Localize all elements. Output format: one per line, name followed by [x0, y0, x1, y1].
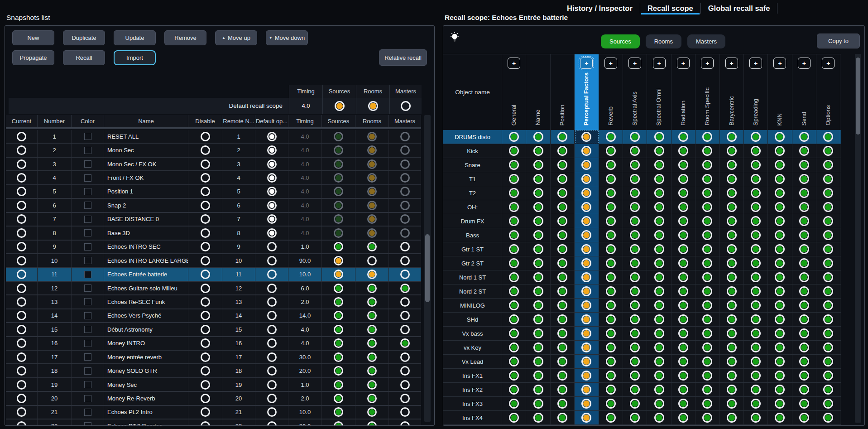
object-row-drum-fx[interactable]: Drum FX [443, 214, 841, 228]
snapshot-row-12[interactable]: 12Echoes Guitare solo Milieu126.0 [6, 282, 421, 295]
room-specific-toggle[interactable] [702, 286, 712, 296]
rooms-toggle[interactable] [367, 352, 377, 362]
spectral-omni-toggle[interactable] [654, 216, 664, 226]
spreading-toggle[interactable] [751, 188, 761, 198]
copy-to-button[interactable]: Copy to [817, 34, 860, 48]
color-swatch[interactable] [84, 284, 91, 292]
spectral-axis-toggle[interactable] [630, 328, 640, 338]
masters-toggle[interactable] [400, 394, 410, 403]
knn-toggle[interactable] [775, 216, 785, 226]
barycentric-toggle[interactable] [727, 216, 737, 226]
send-toggle[interactable] [799, 413, 809, 423]
color-swatch[interactable] [84, 202, 91, 209]
room-specific-toggle[interactable] [702, 357, 712, 366]
color-swatch[interactable] [84, 216, 91, 223]
object-row-kick[interactable]: Kick [443, 144, 841, 158]
add-send-button[interactable]: + [798, 58, 810, 69]
color-swatch[interactable] [84, 133, 91, 140]
color-swatch[interactable] [84, 229, 91, 236]
snapshot-row-22[interactable]: 22Echoes PT.2 Reprise2220.0 [6, 419, 421, 426]
object-row-shd[interactable]: SHd [443, 313, 841, 327]
name-toggle[interactable] [533, 286, 543, 296]
disable-toggle[interactable] [201, 159, 210, 169]
radiation-toggle[interactable] [678, 258, 688, 268]
options-toggle[interactable] [823, 202, 833, 212]
position-toggle[interactable] [557, 202, 567, 212]
spreading-toggle[interactable] [751, 146, 761, 156]
barycentric-toggle[interactable] [727, 371, 737, 381]
masters-toggle[interactable] [400, 311, 410, 320]
snapshot-row-1[interactable]: 1RESET ALL14.0 [6, 130, 421, 144]
reverb-toggle[interactable] [606, 342, 616, 352]
general-toggle[interactable] [509, 385, 519, 395]
room-specific-toggle[interactable] [702, 300, 712, 310]
object-row-drums-disto[interactable]: DRUMS disto [443, 130, 841, 144]
spectral-axis-toggle[interactable] [630, 174, 640, 184]
rooms-toggle[interactable] [367, 394, 377, 403]
knn-toggle[interactable] [775, 328, 785, 338]
snapshot-row-20[interactable]: 20Money Re-Reverb202.0 [6, 392, 421, 405]
masters-toggle[interactable] [400, 284, 410, 293]
position-toggle[interactable] [557, 244, 567, 254]
options-toggle[interactable] [823, 174, 833, 184]
sources-toggle[interactable] [334, 284, 343, 293]
default-option-radio[interactable] [267, 242, 277, 251]
snapshot-row-3[interactable]: 3Mono Sec / FX OK34.0 [6, 158, 421, 171]
position-toggle[interactable] [557, 272, 567, 282]
color-swatch[interactable] [84, 147, 91, 154]
masters-toggle[interactable] [400, 380, 410, 390]
spectral-axis-toggle[interactable] [630, 244, 640, 254]
disable-toggle[interactable] [201, 132, 210, 141]
name-toggle[interactable] [533, 413, 543, 423]
general-toggle[interactable] [509, 132, 519, 142]
current-radio[interactable] [17, 159, 26, 169]
radiation-toggle[interactable] [678, 371, 688, 381]
general-toggle[interactable] [509, 188, 519, 198]
options-toggle[interactable] [823, 230, 833, 240]
perceptual-factors-toggle[interactable] [581, 314, 591, 324]
default-option-radio[interactable] [267, 214, 277, 224]
radiation-toggle[interactable] [678, 132, 688, 142]
rooms-toggle[interactable] [367, 338, 377, 348]
default-masters-toggle[interactable] [401, 101, 411, 111]
perceptual-factors-toggle[interactable] [581, 202, 591, 212]
sources-scope-button[interactable]: Sources [601, 34, 640, 48]
send-toggle[interactable] [799, 300, 809, 310]
general-toggle[interactable] [509, 160, 519, 170]
spreading-toggle[interactable] [751, 371, 761, 381]
sources-toggle[interactable] [334, 338, 343, 348]
perceptual-factors-toggle[interactable] [581, 272, 591, 282]
color-swatch[interactable] [84, 409, 91, 416]
radiation-toggle[interactable] [678, 174, 688, 184]
options-toggle[interactable] [823, 328, 833, 338]
knn-toggle[interactable] [775, 244, 785, 254]
sources-toggle[interactable] [334, 366, 343, 376]
spectral-axis-toggle[interactable] [630, 342, 640, 352]
import-button[interactable]: Import [114, 50, 156, 65]
object-row-t1[interactable]: T1 [443, 172, 841, 186]
rooms-toggle[interactable] [367, 145, 377, 155]
snapshot-row-14[interactable]: 14Echoes Vers Psyché1414.0 [6, 309, 421, 323]
spectral-axis-toggle[interactable] [630, 230, 640, 240]
barycentric-toggle[interactable] [727, 300, 737, 310]
add-radiation-button[interactable]: + [677, 58, 690, 69]
spectral-omni-toggle[interactable] [654, 146, 664, 156]
object-row-vx-bass[interactable]: Vx bass [443, 327, 841, 341]
perceptual-factors-toggle[interactable] [581, 160, 591, 170]
options-toggle[interactable] [823, 258, 833, 268]
options-toggle[interactable] [823, 188, 833, 198]
position-toggle[interactable] [557, 342, 567, 352]
perceptual-factors-toggle[interactable] [581, 286, 591, 296]
position-toggle[interactable] [557, 385, 567, 395]
radiation-toggle[interactable] [678, 413, 688, 423]
radiation-toggle[interactable] [678, 244, 688, 254]
default-option-radio[interactable] [267, 297, 277, 307]
rooms-toggle[interactable] [367, 187, 377, 196]
disable-toggle[interactable] [201, 228, 210, 238]
perceptual-factors-toggle[interactable] [581, 342, 591, 352]
barycentric-toggle[interactable] [727, 399, 737, 409]
spectral-axis-toggle[interactable] [630, 286, 640, 296]
rooms-toggle[interactable] [367, 325, 377, 334]
perceptual-factors-toggle[interactable] [581, 244, 591, 254]
update-button[interactable]: Update [114, 30, 156, 45]
